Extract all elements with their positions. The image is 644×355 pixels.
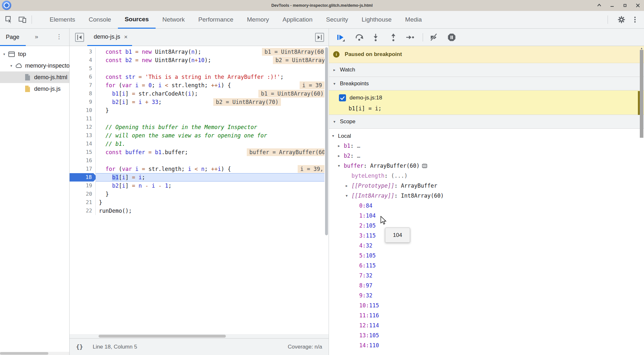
line-number-14[interactable]: 14 (70, 140, 96, 148)
line-number-8[interactable]: 8 (70, 89, 96, 98)
line-number-11[interactable]: 11 (70, 115, 96, 123)
code-text[interactable] (96, 156, 325, 165)
hide-navigator-icon[interactable] (75, 33, 84, 43)
scope-row-9[interactable]: 9:32 (329, 291, 644, 301)
scope-row-0[interactable]: 0:84 (329, 201, 644, 211)
settings-gear-icon[interactable] (617, 15, 626, 24)
watch-section-header[interactable]: ▸ Watch (329, 63, 644, 77)
tab-security[interactable]: Security (319, 11, 355, 29)
code-text[interactable]: // will open the same view as for openin… (96, 131, 325, 140)
scope-row-b2[interactable]: ▸b2: … (329, 151, 644, 161)
scope-row-10[interactable]: 10:115 (329, 301, 644, 311)
code-text[interactable]: const buffer = b1.buffer;buffer = ArrayB… (96, 148, 325, 156)
window-maximize-icon[interactable] (622, 3, 628, 8)
caret-down-icon[interactable]: ▾ (333, 119, 340, 124)
line-number-5[interactable]: 5 (70, 64, 96, 73)
scope-row-b1[interactable]: ▸b1: … (329, 141, 644, 151)
line-number-18[interactable]: 18 (70, 173, 96, 182)
code-text[interactable]: } (96, 190, 325, 198)
line-number-3[interactable]: 3 (70, 48, 96, 56)
format-button[interactable]: {} (76, 343, 83, 350)
line-number-6[interactable]: 6 (70, 73, 96, 81)
scope-row-5[interactable]: 5:105 (329, 251, 644, 261)
line-number-21[interactable]: 21 (70, 198, 96, 207)
window-minimize-icon[interactable] (609, 3, 615, 8)
scope-row-int8array[interactable]: ▾[[Int8Array]]: Int8Array(60) (329, 191, 644, 201)
code-text[interactable]: const b1 = new Uint8Array(n);b1 = Uint8A… (96, 48, 325, 56)
scope-row-12[interactable]: 12:114 (329, 321, 644, 331)
more-tabs-icon[interactable]: » (35, 33, 38, 40)
scope-row-1[interactable]: 1:104 (329, 211, 644, 221)
scope-row-3[interactable]: 3:115 (329, 231, 644, 241)
tab-console[interactable]: Console (82, 11, 118, 29)
code-editor[interactable]: 3 const b1 = new Uint8Array(n);b1 = Uint… (70, 46, 325, 215)
scope-row-buffer[interactable]: ▾buffer: ArrayBuffer(60) (329, 161, 644, 171)
file-tree-item-memory-inspector-glitch-me[interactable]: ▾memory-inspector.glitch.me (0, 60, 69, 71)
scope-row-13[interactable]: 13:105 (329, 331, 644, 341)
debugger-vertical-scrollbar[interactable] (640, 50, 643, 138)
line-number-7[interactable]: 7 (70, 81, 96, 89)
tab-performance[interactable]: Performance (192, 11, 240, 29)
device-toolbar-icon[interactable] (18, 15, 27, 24)
scope-row-local[interactable]: ▾Local (329, 131, 644, 141)
inspect-element-icon[interactable] (5, 15, 14, 24)
editor-vertical-scrollbar[interactable] (324, 46, 329, 333)
tab-media[interactable]: Media (399, 11, 429, 29)
code-text[interactable]: } (96, 198, 325, 207)
code-text[interactable]: b1[i] = str.charCodeAt(i);b1 = Uint8Arra… (96, 89, 325, 98)
line-number-19[interactable]: 19 (70, 182, 96, 190)
step-button[interactable] (405, 33, 414, 42)
scroll-up-icon[interactable]: ▲ (640, 47, 643, 50)
code-text[interactable]: runDemo(); (96, 207, 325, 215)
editor-horizontal-scrollbar[interactable] (70, 334, 329, 338)
scope-row-bytelength[interactable]: byteLength: (...) (329, 171, 644, 181)
scope-row-14[interactable]: 14:110 (329, 341, 644, 350)
code-text[interactable]: } (96, 106, 325, 115)
line-number-20[interactable]: 20 (70, 190, 96, 198)
tab-network[interactable]: Network (156, 11, 192, 29)
line-number-16[interactable]: 16 (70, 156, 96, 165)
window-restore-icon[interactable] (596, 3, 602, 8)
caret-right-icon[interactable]: ▸ (338, 141, 344, 151)
caret-right-icon[interactable]: ▸ (333, 68, 340, 72)
line-number-4[interactable]: 4 (70, 56, 96, 64)
navigator-overflow-icon[interactable]: ⋮ (56, 33, 62, 40)
scrollbar-thumb[interactable] (325, 47, 328, 235)
caret-down-icon[interactable]: ▾ (332, 131, 338, 141)
breakpoint-entry[interactable]: demo-js.js:18 b1[i] = i; (329, 90, 644, 115)
breakpoint-checkbox[interactable] (339, 94, 346, 101)
scope-row-6[interactable]: 6:115 (329, 261, 644, 271)
code-text[interactable]: for (var i = 0; i < str.length; ++i) {i … (96, 81, 325, 89)
scope-row-8[interactable]: 8:97 (329, 281, 644, 291)
close-tab-icon[interactable]: × (124, 33, 128, 41)
scope-row-11[interactable]: 11:116 (329, 311, 644, 321)
caret-down-icon[interactable]: ▾ (333, 81, 340, 86)
caret-down-icon[interactable]: ▾ (346, 191, 351, 201)
scrollbar-thumb[interactable] (99, 335, 226, 338)
tab-lighthouse[interactable]: Lighthouse (355, 11, 399, 29)
code-text[interactable]: const b2 = new Uint8Array(n+10);b2 = Uin… (96, 56, 325, 64)
tab-page[interactable]: Page (0, 29, 26, 46)
tree-caret-icon[interactable]: ▾ (9, 64, 14, 68)
tab-memory[interactable]: Memory (240, 11, 276, 29)
scope-section-header[interactable]: ▾ Scope (329, 115, 644, 129)
tab-application[interactable]: Application (276, 11, 319, 29)
breakpoints-section-header[interactable]: ▾ Breakpoints (329, 77, 644, 90)
code-text[interactable] (96, 115, 325, 123)
file-tree-item-demo-js-html[interactable]: demo-js.html (0, 71, 69, 83)
resume-script-button[interactable] (336, 33, 345, 42)
tab-demo-js[interactable]: demo-js.js × (87, 29, 132, 46)
execution-line-badge[interactable]: 18 (70, 173, 97, 182)
navigator-horizontal-scrollbar[interactable] (0, 352, 69, 355)
code-text[interactable]: b1[i] = i; (96, 173, 325, 182)
line-number-10[interactable]: 10 (70, 106, 96, 115)
code-text[interactable]: b2[i] = i + 33;b2 = Uint8Array(70) (96, 98, 325, 106)
line-number-22[interactable]: 22 (70, 207, 96, 215)
scope-row-2[interactable]: 2:105 (329, 221, 644, 231)
step-over-button[interactable] (355, 33, 364, 42)
line-number-13[interactable]: 13 (70, 131, 96, 140)
code-text[interactable]: // Opening this buffer in the Memory Ins… (96, 123, 325, 131)
scrollbar-thumb[interactable] (0, 352, 48, 355)
tab-sources[interactable]: Sources (118, 11, 156, 29)
line-number-12[interactable]: 12 (70, 123, 96, 131)
